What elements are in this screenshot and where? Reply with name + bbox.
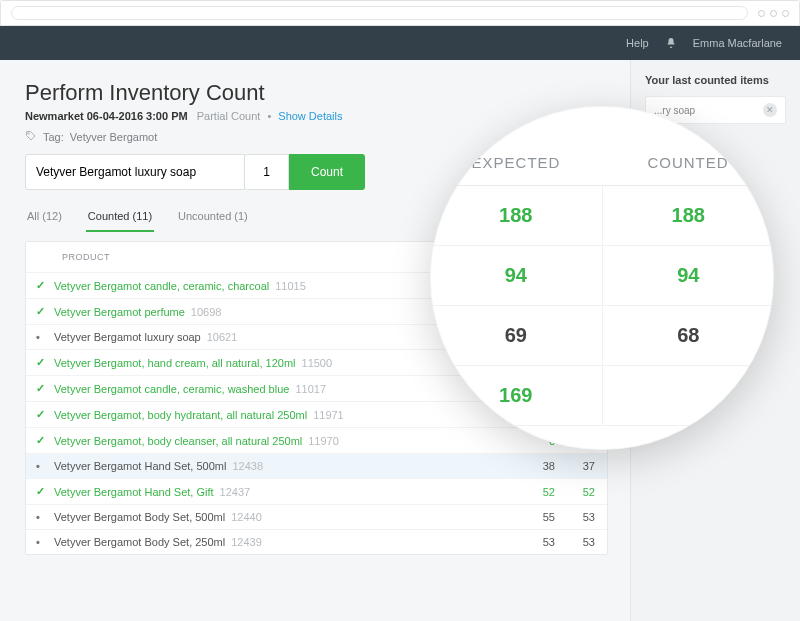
product-sku: 12439	[231, 536, 262, 548]
lens-row: 6968	[430, 306, 774, 366]
counted-value: 37	[555, 460, 595, 472]
expected-value: 38	[515, 460, 555, 472]
tab-uncounted[interactable]: Uncounted (1)	[176, 204, 250, 232]
help-link[interactable]: Help	[626, 37, 649, 49]
app-topbar: Help Emma Macfarlane	[0, 26, 800, 60]
tab-counted[interactable]: Counted (11)	[86, 204, 154, 232]
quantity-input[interactable]	[245, 154, 289, 190]
expected-value: 53	[515, 536, 555, 548]
product-name: Vetyver Bergamot Hand Set, Gift12437	[54, 486, 515, 498]
product-sku: 11015	[275, 280, 306, 292]
counted-value: 53	[555, 536, 595, 548]
product-name: Vetyver Bergamot, hand cream, all natura…	[54, 357, 515, 369]
count-name: Newmarket 06-04-2016 3:00 PM	[25, 110, 188, 122]
table-row[interactable]: Vetyver Bergamot Body Set, 250ml12439535…	[26, 529, 607, 554]
notifications-icon[interactable]	[665, 37, 677, 49]
user-name[interactable]: Emma Macfarlane	[693, 37, 782, 49]
product-name: Vetyver Bergamot Hand Set, 500ml12438	[54, 460, 515, 472]
remove-icon[interactable]: ✕	[763, 103, 777, 117]
product-sku: 11971	[313, 409, 344, 421]
page-title: Perform Inventory Count	[25, 80, 608, 106]
product-sku: 11017	[295, 383, 326, 395]
product-name: Vetyver Bergamot Body Set, 500ml12440	[54, 511, 515, 523]
expected-value: 55	[515, 511, 555, 523]
product-name: Vetyver Bergamot candle, ceramic, washed…	[54, 383, 515, 395]
product-sku: 12437	[220, 486, 251, 498]
window-controls	[758, 10, 789, 17]
product-sku: 10698	[191, 306, 222, 318]
check-icon: ✓	[36, 485, 54, 498]
lens-counted: 68	[603, 306, 775, 365]
counted-value: 53	[555, 511, 595, 523]
svg-point-0	[28, 133, 30, 135]
list-item-label: ...ry soap	[654, 105, 695, 116]
lens-expected: 94	[430, 246, 603, 305]
lens-row: 188188	[430, 186, 774, 246]
product-sku: 11500	[302, 357, 333, 369]
check-icon: ✓	[36, 434, 54, 447]
magnifier-lens: EXPECTED COUNTED 18818894946968169	[430, 106, 774, 450]
check-icon: ✓	[36, 382, 54, 395]
product-name: Vetyver Bergamot, body cleanser, all nat…	[54, 435, 515, 447]
lens-expected: 69	[430, 306, 603, 365]
table-row[interactable]: ✓Vetyver Bergamot, body cleanser, all na…	[26, 427, 607, 453]
lens-counted: 94	[603, 246, 775, 305]
expected-value: 52	[515, 486, 555, 498]
check-icon: ✓	[36, 408, 54, 421]
dot-icon	[36, 331, 54, 343]
dot-icon	[36, 460, 54, 472]
counted-value: 52	[555, 486, 595, 498]
show-details-link[interactable]: Show Details	[278, 110, 342, 122]
check-icon: ✓	[36, 356, 54, 369]
lens-row: 9494	[430, 246, 774, 306]
product-sku: 12440	[231, 511, 262, 523]
browser-chrome	[0, 0, 800, 26]
product-sku: 11970	[308, 435, 339, 447]
tab-all[interactable]: All (12)	[25, 204, 64, 232]
product-name: Vetyver Bergamot Body Set, 250ml12439	[54, 536, 515, 548]
product-sku: 10621	[207, 331, 238, 343]
check-icon: ✓	[36, 279, 54, 292]
table-row[interactable]: Vetyver Bergamot Hand Set, 500ml12438383…	[26, 453, 607, 478]
sidebar-title: Your last counted items	[645, 74, 786, 86]
address-bar[interactable]	[11, 6, 748, 20]
tag-icon	[25, 130, 37, 144]
count-button[interactable]: Count	[289, 154, 365, 190]
table-row[interactable]: ✓Vetyver Bergamot Hand Set, Gift12437525…	[26, 478, 607, 504]
dot-icon	[36, 536, 54, 548]
lens-counted: 188	[603, 186, 775, 245]
count-type: Partial Count	[197, 110, 261, 122]
page-subtitle: Newmarket 06-04-2016 3:00 PM Partial Cou…	[25, 110, 608, 122]
product-name: Vetyver Bergamot, body hydratant, all na…	[54, 409, 515, 421]
product-input[interactable]	[25, 154, 245, 190]
lens-expected: 188	[430, 186, 603, 245]
table-row[interactable]: Vetyver Bergamot Body Set, 500ml12440555…	[26, 504, 607, 529]
tag-value: Vetyver Bergamot	[70, 131, 157, 143]
product-sku: 12438	[232, 460, 263, 472]
tag-prefix: Tag:	[43, 131, 64, 143]
dot-icon	[36, 511, 54, 523]
check-icon: ✓	[36, 305, 54, 318]
